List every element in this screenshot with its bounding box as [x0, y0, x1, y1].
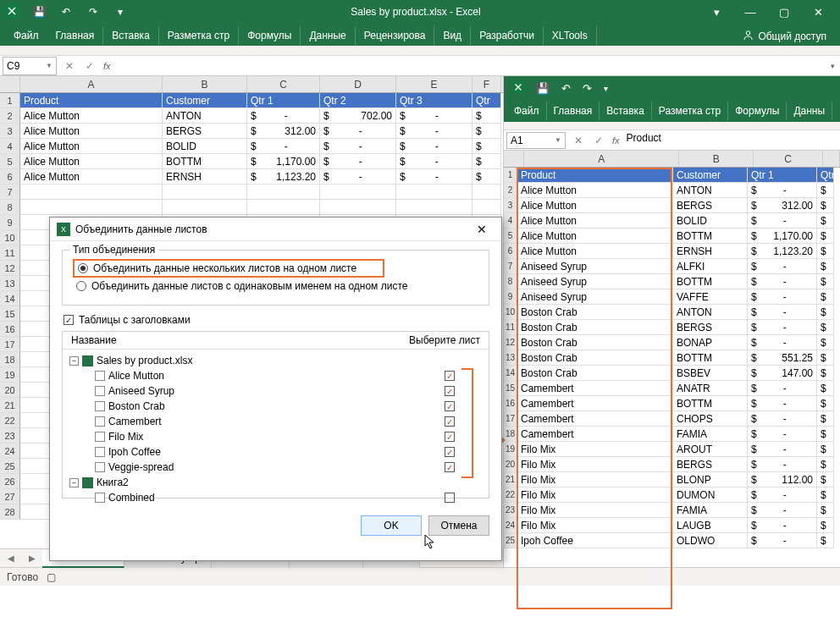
cell[interactable]: $- [748, 183, 817, 198]
cell[interactable]: Alice Mutton [517, 229, 673, 244]
tab-home[interactable]: Главная [47, 26, 104, 46]
tab-insert[interactable]: Вставка [103, 26, 159, 46]
tab-file[interactable]: Файл [507, 102, 547, 120]
cell[interactable]: $- [748, 274, 817, 289]
cell[interactable]: BOLID [163, 139, 247, 154]
cell[interactable]: $ [817, 381, 834, 396]
row-header[interactable]: 22 [0, 413, 20, 428]
tree-sheet-item[interactable]: Ipoh Coffee [69, 444, 482, 460]
cell[interactable]: $ [817, 472, 834, 488]
col-header[interactable]: F [472, 76, 501, 92]
cell[interactable]: FAMIA [673, 427, 748, 442]
enter-formula-icon[interactable]: ✓ [589, 131, 609, 150]
row-header[interactable]: 13 [504, 350, 517, 366]
formula-input[interactable]: Product [623, 132, 840, 149]
header-cell[interactable]: Qtr 3 [396, 93, 472, 108]
row-header[interactable]: 11 [0, 245, 20, 261]
row-header[interactable]: 7 [504, 259, 517, 274]
checkbox-icon[interactable] [445, 432, 455, 442]
row-header[interactable]: 24 [0, 443, 20, 459]
row-header[interactable]: 19 [0, 367, 20, 383]
cell[interactable]: $- [748, 335, 817, 350]
row-header[interactable]: 4 [504, 213, 517, 229]
cell[interactable]: Filo Mix [517, 503, 673, 518]
header-cell[interactable]: Qtr [472, 93, 501, 108]
col-header[interactable]: B [679, 151, 754, 167]
cell[interactable]: $ [472, 154, 501, 169]
cell[interactable]: $- [748, 381, 817, 396]
cell[interactable] [20, 200, 163, 215]
cell[interactable]: $- [748, 411, 817, 427]
save-icon[interactable]: 💾 [536, 82, 550, 95]
cell[interactable] [396, 200, 472, 215]
name-box[interactable]: C9 ▼ [3, 57, 57, 75]
enter-formula-icon[interactable]: ✓ [80, 57, 100, 75]
cell[interactable] [163, 200, 247, 215]
cell[interactable]: Aniseed Syrup [517, 289, 673, 305]
checkbox-icon[interactable] [445, 493, 455, 503]
row-header[interactable]: 23 [504, 503, 517, 518]
row-header[interactable]: 14 [504, 366, 517, 381]
collapse-icon[interactable]: − [69, 356, 79, 366]
cell[interactable]: $- [320, 124, 396, 139]
row-header[interactable]: 18 [0, 352, 20, 367]
chevron-down-icon[interactable]: ▼ [46, 62, 52, 69]
cell[interactable]: Alice Mutton [20, 154, 163, 169]
cell[interactable]: BLONP [673, 472, 748, 488]
cell[interactable]: Boston Crab [517, 335, 673, 350]
fx-icon[interactable]: fx [103, 61, 111, 71]
header-cell[interactable]: Qtr 1 [748, 168, 817, 183]
tab-pagelayout[interactable]: Разметка стр [652, 102, 728, 120]
header-cell[interactable]: Qtr 1 [247, 93, 320, 108]
col-header[interactable]: D [320, 76, 396, 92]
cell[interactable]: BERGS [673, 198, 748, 213]
row-header[interactable]: 25 [504, 533, 517, 548]
col-header[interactable]: A [20, 76, 163, 92]
cell[interactable]: Filo Mix [517, 472, 673, 488]
cell[interactable]: $ [817, 259, 834, 274]
row-header[interactable]: 3 [0, 124, 20, 139]
cell[interactable]: $312.00 [748, 198, 817, 213]
cell[interactable]: $- [748, 259, 817, 274]
cell[interactable]: $147.00 [748, 366, 817, 381]
cell[interactable]: $ [472, 124, 501, 139]
cell[interactable]: Alice Mutton [517, 244, 673, 259]
cell[interactable]: Boston Crab [517, 305, 673, 320]
row-header[interactable]: 16 [0, 322, 20, 337]
row-header[interactable]: 10 [504, 305, 517, 320]
row-header[interactable]: 8 [0, 200, 20, 215]
cell[interactable]: Alice Mutton [517, 183, 673, 198]
cell[interactable]: $ [817, 503, 834, 518]
cell[interactable]: $ [472, 108, 501, 124]
cell[interactable]: $ [817, 427, 834, 442]
tab-formulas[interactable]: Формулы [239, 26, 301, 46]
fx-icon[interactable]: fx [612, 135, 620, 146]
cell[interactable]: Alice Mutton [20, 139, 163, 154]
row-header[interactable]: 15 [0, 306, 20, 322]
row-header[interactable]: 9 [0, 215, 20, 230]
row-header[interactable]: 21 [0, 398, 20, 413]
col-header[interactable] [823, 151, 840, 167]
sheet-nav-prev-icon[interactable]: ◀ [8, 554, 14, 563]
tree-sheet-item[interactable]: Boston Crab [69, 399, 482, 414]
cancel-button[interactable]: Отмена [428, 515, 489, 536]
cell[interactable]: $- [247, 108, 320, 124]
row-header[interactable]: 26 [0, 474, 20, 489]
cell[interactable]: BSBEV [673, 366, 748, 381]
tab-pagelayout[interactable]: Разметка стр [159, 26, 239, 46]
tree-sheet-item[interactable]: Aniseed Syrup [69, 383, 482, 399]
cell[interactable]: Alice Mutton [517, 198, 673, 213]
cell[interactable]: $- [396, 169, 472, 185]
workbook-name[interactable]: Книга2 [97, 476, 129, 488]
cell[interactable]: $- [396, 108, 472, 124]
cell[interactable]: BONAP [673, 335, 748, 350]
row-header[interactable]: 28 [0, 504, 20, 520]
row-header[interactable]: 5 [504, 229, 517, 244]
close-icon[interactable]: ✕ [801, 0, 835, 24]
tab-formulas[interactable]: Формулы [728, 102, 787, 120]
cell[interactable]: DUMON [673, 488, 748, 503]
row-header[interactable]: 27 [0, 489, 20, 504]
tab-home[interactable]: Главная [547, 102, 600, 120]
tree-sheet-item[interactable]: Camembert [69, 414, 482, 429]
header-cell[interactable]: Qtr [817, 168, 834, 183]
